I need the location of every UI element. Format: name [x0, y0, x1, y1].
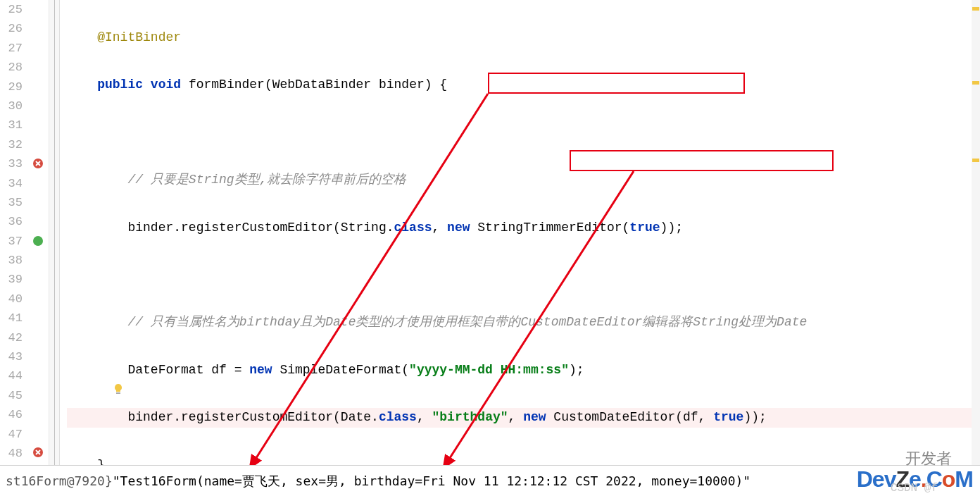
line-number: 27 — [0, 39, 23, 58]
line-number: 26 — [0, 19, 23, 38]
line-number: 39 — [0, 270, 23, 289]
gutter-icons — [28, 0, 49, 465]
line-number: 36 — [0, 212, 23, 231]
comment: // 只有当属性名为birthday且为Date类型的才使用使用框架自带的Cus… — [127, 315, 807, 329]
line-number: 34 — [0, 174, 23, 193]
line-number-gutter: 25 26 27 28 29 30 31 32 33 34 35 36 37 3… — [0, 0, 28, 465]
line-number: 42 — [0, 328, 23, 347]
line-number: 28 — [0, 58, 23, 77]
line-number: 43 — [0, 347, 23, 366]
eval-object-id: st16Form@7920} — [6, 473, 113, 488]
line-number: 32 — [0, 135, 23, 154]
warning-mark[interactable] — [972, 7, 979, 11]
error-stripe[interactable] — [972, 0, 980, 465]
fold-gutter[interactable] — [49, 0, 60, 465]
code-area[interactable]: @InitBinder public void formBinder(WebDa… — [60, 0, 980, 465]
annotation: @InitBinder — [97, 30, 181, 44]
line-number: 45 — [0, 386, 23, 405]
debug-evaluate-bar: st16Form@7920} "Test16Form(name=贾飞天, sex… — [0, 465, 980, 496]
line-number: 30 — [0, 97, 23, 116]
line-number: 46 — [0, 405, 23, 424]
warning-mark[interactable] — [972, 81, 979, 85]
error-icon[interactable] — [32, 447, 45, 459]
spring-icon[interactable] — [32, 235, 45, 248]
line-number: 31 — [0, 116, 23, 135]
line-number: 35 — [0, 193, 23, 212]
line-number: 33 — [0, 154, 23, 173]
svg-rect-3 — [116, 392, 120, 394]
line-number: 41 — [0, 309, 23, 328]
comment: // 只要是String类型,就去除字符串前后的空格 — [127, 173, 406, 187]
eval-result-text: "Test16Form(name=贾飞天, sex=男, birthday=Fr… — [113, 473, 750, 490]
svg-point-1 — [33, 236, 43, 246]
line-number: 47 — [0, 425, 23, 444]
line-number: 38 — [0, 251, 23, 270]
line-number: 44 — [0, 366, 23, 385]
line-number: 37 — [0, 232, 23, 251]
line-number: 29 — [0, 78, 23, 97]
line-number: 25 — [0, 0, 23, 19]
code-editor: 25 26 27 28 29 30 31 32 33 34 35 36 37 3… — [0, 0, 980, 465]
warning-mark[interactable] — [972, 159, 979, 162]
error-icon[interactable] — [32, 158, 45, 170]
bulb-icon[interactable] — [67, 369, 124, 412]
line-number: 40 — [0, 290, 23, 309]
line-number: 48 — [0, 444, 23, 463]
csdn-watermark: CSDN @f — [891, 482, 938, 495]
